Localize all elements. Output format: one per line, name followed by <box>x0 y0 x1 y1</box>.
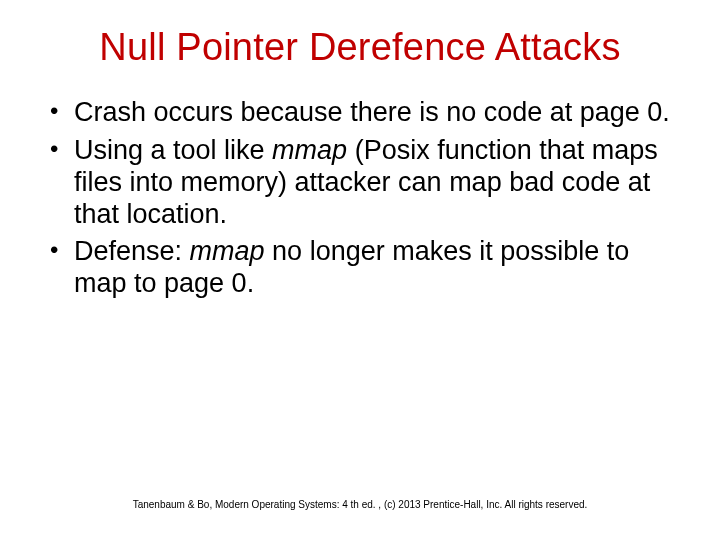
bullet-item: Crash occurs because there is no code at… <box>48 97 676 129</box>
footer-citation: Tanenbaum & Bo, Modern Operating Systems… <box>0 499 720 510</box>
bullet-item: Defense: mmap no longer makes it possibl… <box>48 236 676 300</box>
bullet-list: Crash occurs because there is no code at… <box>40 97 680 300</box>
bullet-item: Using a tool like mmap (Posix function t… <box>48 135 676 231</box>
slide-title: Null Pointer Derefence Attacks <box>40 26 680 69</box>
slide: Null Pointer Derefence Attacks Crash occ… <box>0 0 720 540</box>
bullet-text-italic: mmap <box>272 135 355 165</box>
bullet-text-italic: mmap <box>190 236 265 266</box>
bullet-text-pre: Defense: <box>74 236 190 266</box>
bullet-text-pre: Crash occurs because there is no code at… <box>74 97 670 127</box>
bullet-text-pre: Using a tool like <box>74 135 272 165</box>
